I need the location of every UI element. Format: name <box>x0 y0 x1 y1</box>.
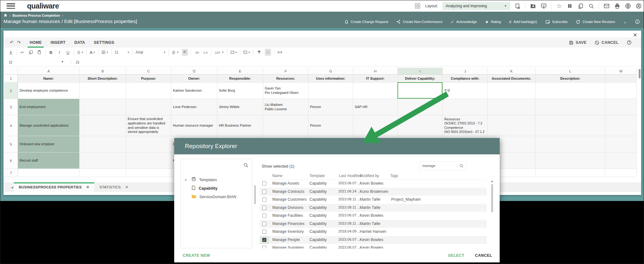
row-number-3[interactable]: 3 <box>4 99 18 115</box>
save-button[interactable]: SAVE <box>569 40 586 45</box>
home-icon[interactable] <box>3 13 8 17</box>
header-cell-J[interactable]: Compliance with: <box>443 75 488 83</box>
cell-J4[interactable]: Resources ISO/IEC 27001:2013 - 7.2 Compe… <box>443 115 488 136</box>
text-color-button[interactable]: A▼ <box>90 49 95 56</box>
increase-decimals-button[interactable]: .00 <box>194 49 200 56</box>
mail-icon[interactable] <box>603 3 610 9</box>
favorites-star-icon[interactable]: ☆ <box>556 3 562 9</box>
undo-icon[interactable]: ↶ <box>10 40 14 45</box>
acknowledge-button[interactable]: ✓Acknowledge <box>451 20 477 24</box>
column-header-I[interactable]: I <box>398 68 443 75</box>
header-cell-G[interactable]: Uses information: <box>308 75 353 83</box>
cell-H4[interactable] <box>353 115 398 136</box>
cell-B7[interactable] <box>80 169 126 177</box>
redo-icon[interactable]: ↷ <box>17 40 21 45</box>
list-scrollbar[interactable]: ▲ <box>490 180 494 249</box>
cell-C2[interactable] <box>126 83 171 99</box>
more-actions-chevron-icon[interactable]: ⌄ <box>623 20 627 24</box>
cell-reference-box[interactable]: I2▼ <box>3 60 66 65</box>
column-header-B[interactable]: B <box>80 68 126 75</box>
cell-L4[interactable] <box>536 115 605 136</box>
repo-row-manage-financies[interactable]: Manage FinanciesCapability2023.08.11 ...… <box>260 220 487 228</box>
column-header-D[interactable]: D <box>171 68 217 75</box>
add-sheet-button[interactable]: + <box>11 185 14 190</box>
column-header-E[interactable]: E <box>217 68 263 75</box>
cell-B5[interactable] <box>80 136 126 152</box>
layout-select[interactable]: Analyzing and Improving▼ <box>442 2 510 10</box>
tree-scrollbar[interactable] <box>254 185 256 204</box>
tab-home[interactable]: HOME <box>30 37 42 48</box>
copy-layout-icon[interactable] <box>514 3 521 9</box>
repo-row-manage-suppliers[interactable]: Manage SuppliersCapability2023.06.07 ...… <box>260 244 487 249</box>
column-header-H[interactable]: H <box>353 68 398 75</box>
cell-D3[interactable]: Lone Pedersen <box>171 99 217 115</box>
dialog-cancel-button[interactable]: CANCEL <box>475 253 492 258</box>
underline-button[interactable]: U <box>65 49 71 56</box>
column-header-K[interactable]: K <box>488 68 536 75</box>
header-cell-A[interactable]: Name: <box>18 75 80 83</box>
copy-pages-icon[interactable] <box>577 3 584 9</box>
row-checkbox[interactable] <box>262 230 266 234</box>
row-number-6[interactable]: 6 <box>4 152 18 169</box>
cell-C7[interactable] <box>126 169 171 177</box>
cell-L6[interactable] <box>536 152 605 169</box>
repo-row-manage-inventory[interactable]: Manage InventoryCapability2018.04.09 ...… <box>260 228 487 236</box>
font-family-select[interactable]: Arial▼ <box>136 49 166 56</box>
cell-B2[interactable] <box>80 83 126 99</box>
account-icon[interactable] <box>636 3 642 9</box>
row-checkbox[interactable] <box>262 214 266 218</box>
header-cell-D[interactable]: Owner: <box>171 75 217 83</box>
cell-style-button[interactable]: ▼ <box>243 49 250 56</box>
cell-C3[interactable] <box>126 99 171 115</box>
header-cell-C[interactable]: Purpose: <box>126 75 171 83</box>
header-cell-B[interactable]: Short Description: <box>80 75 126 83</box>
cell-K4[interactable] <box>488 115 536 136</box>
tab-data[interactable]: DATA <box>75 37 85 48</box>
download-icon[interactable] <box>8 49 14 56</box>
column-header-M[interactable]: M <box>605 68 637 75</box>
rating-button[interactable]: ★Rating <box>485 20 501 24</box>
close-sheet-icon[interactable]: ✕ <box>125 185 128 189</box>
column-header-tags[interactable]: Tags <box>390 174 398 178</box>
select-button[interactable]: SELECT <box>448 253 464 258</box>
tree-item-capability[interactable]: Capability <box>181 184 252 192</box>
chevron-down-icon[interactable]: ∨ <box>185 178 188 181</box>
close-sheet-icon[interactable]: ✕ <box>86 185 89 189</box>
column-header-name[interactable]: Name <box>272 174 282 178</box>
header-cell-F[interactable]: Resources: <box>263 75 308 83</box>
repo-row-manage-people[interactable]: ✓Manage PeopleCapability2023.06.07 ...Ke… <box>260 236 487 244</box>
folder-icon[interactable] <box>530 3 536 9</box>
font-size-select[interactable]: 11▼ <box>114 49 130 56</box>
repo-row-manage-customers[interactable]: Manage CustomersCapability2023.08.11 ...… <box>260 196 487 204</box>
repo-row-manage-divisions[interactable]: Manage DivisionsCapability2023.08.11 ...… <box>260 204 487 212</box>
gridlines-button[interactable] <box>265 49 271 56</box>
repo-row-manage-assets[interactable]: Manage AssetsCapability2023.06.07 ...Kev… <box>260 180 487 188</box>
tree-search-icon[interactable] <box>243 162 249 168</box>
cell-E3[interactable]: Jimmy Wittek <box>217 99 263 115</box>
column-header-by[interactable]: Modified by <box>360 174 379 178</box>
cell-M2[interactable] <box>605 83 637 99</box>
fill-handle[interactable] <box>441 98 444 100</box>
library-icon[interactable] <box>567 3 573 9</box>
cell-A3[interactable]: End employment <box>18 99 80 115</box>
repo-row-manage-contracts[interactable]: Manage ContractsCapability2021.06.24 ...… <box>260 188 487 196</box>
cell-F3[interactable]: Liu Madsen Pablo Loosme <box>263 99 308 115</box>
hamburger-menu-icon[interactable] <box>7 3 15 9</box>
row-checkbox[interactable] <box>262 181 266 186</box>
scroll-up-icon[interactable]: ▲ <box>490 180 494 183</box>
cell-A7[interactable] <box>18 169 80 177</box>
column-header-J[interactable]: J <box>443 68 488 75</box>
cell-link-picker-icon[interactable] <box>444 87 450 94</box>
print-icon[interactable] <box>614 3 620 9</box>
header-cell-E[interactable]: Responsible: <box>217 75 263 83</box>
cell-M6[interactable] <box>605 152 637 169</box>
cell-K2[interactable] <box>488 83 536 99</box>
tree-item-templates[interactable]: ∨Templates <box>181 175 252 184</box>
column-header-L[interactable]: L <box>536 68 605 75</box>
cell-L7[interactable] <box>536 169 605 177</box>
show-selected-link[interactable]: Show selected (1) <box>262 164 294 169</box>
vertical-align-button[interactable] <box>182 49 188 56</box>
horizontal-align-button[interactable]: ▼ <box>172 49 179 56</box>
row-checkbox[interactable] <box>262 190 266 194</box>
header-cell-M[interactable] <box>605 75 637 83</box>
